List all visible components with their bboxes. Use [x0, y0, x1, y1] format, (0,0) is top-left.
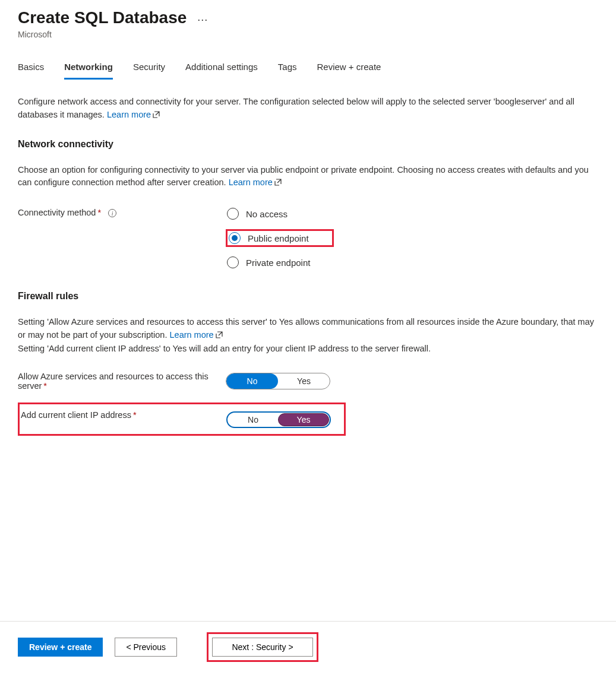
next-button-highlight: Next : Security >	[207, 632, 318, 662]
firewall-desc1: Setting 'Allow Azure services and resour…	[18, 317, 594, 340]
page-subtitle: Microsoft	[18, 30, 598, 39]
firewall-learn-more-link[interactable]: Learn more	[170, 330, 223, 340]
review-create-button[interactable]: Review + create	[18, 638, 103, 657]
previous-button[interactable]: < Previous	[115, 638, 177, 657]
next-security-button[interactable]: Next : Security >	[212, 638, 313, 657]
radio-icon	[227, 256, 239, 268]
connectivity-learn-more-link[interactable]: Learn more	[229, 178, 282, 187]
radio-label: No access	[246, 209, 288, 219]
connectivity-method-label: Connectivity method* i	[18, 207, 226, 217]
toggle-no[interactable]: No	[228, 413, 278, 426]
toggle-yes[interactable]: Yes	[278, 413, 329, 426]
radio-private-endpoint[interactable]: Private endpoint	[226, 255, 334, 270]
external-link-icon	[216, 329, 223, 343]
allow-azure-label: Allow Azure services and resources to ac…	[18, 370, 226, 391]
intro-text: Configure network access and connectivit…	[18, 96, 594, 122]
add-client-ip-label: Add current client IP address*	[21, 409, 226, 420]
radio-icon	[227, 208, 239, 220]
toggle-yes[interactable]: Yes	[278, 373, 330, 389]
required-asterisk: *	[43, 381, 47, 391]
firewall-rules-heading: Firewall rules	[18, 291, 598, 302]
connectivity-desc-body: Choose an option for configuring connect…	[18, 165, 589, 188]
firewall-desc2: Setting 'Add current client IP address' …	[18, 344, 431, 353]
tab-basics[interactable]: Basics	[18, 62, 44, 79]
radio-label: Private endpoint	[246, 258, 310, 268]
radio-no-access[interactable]: No access	[226, 207, 334, 221]
more-icon[interactable]: ···	[197, 14, 208, 26]
intro-text-body: Configure network access and connectivit…	[18, 97, 574, 119]
network-connectivity-heading: Network connectivity	[18, 139, 598, 150]
tab-security[interactable]: Security	[133, 62, 165, 79]
tabs: Basics Networking Security Additional se…	[18, 62, 598, 79]
toggle-no[interactable]: No	[226, 373, 278, 389]
radio-icon	[229, 232, 241, 244]
add-client-ip-toggle[interactable]: No Yes	[226, 411, 331, 428]
required-asterisk: *	[97, 208, 101, 217]
tab-additional-settings[interactable]: Additional settings	[185, 62, 258, 79]
intro-learn-more-link[interactable]: Learn more	[107, 110, 160, 119]
tab-review-create[interactable]: Review + create	[317, 62, 381, 79]
tab-networking[interactable]: Networking	[64, 62, 113, 80]
tab-tags[interactable]: Tags	[278, 62, 297, 79]
required-asterisk: *	[133, 410, 137, 420]
external-link-icon	[274, 177, 282, 190]
radio-public-endpoint[interactable]: Public endpoint	[226, 229, 334, 247]
page-title: Create SQL Database	[18, 8, 187, 27]
connectivity-description: Choose an option for configuring connect…	[18, 164, 594, 191]
allow-azure-toggle[interactable]: No Yes	[226, 373, 330, 389]
firewall-description: Setting 'Allow Azure services and resour…	[18, 316, 594, 355]
radio-label: Public endpoint	[248, 233, 309, 243]
footer: Review + create < Previous Next : Securi…	[0, 621, 616, 675]
external-link-icon	[153, 109, 160, 122]
info-icon[interactable]: i	[108, 209, 116, 217]
